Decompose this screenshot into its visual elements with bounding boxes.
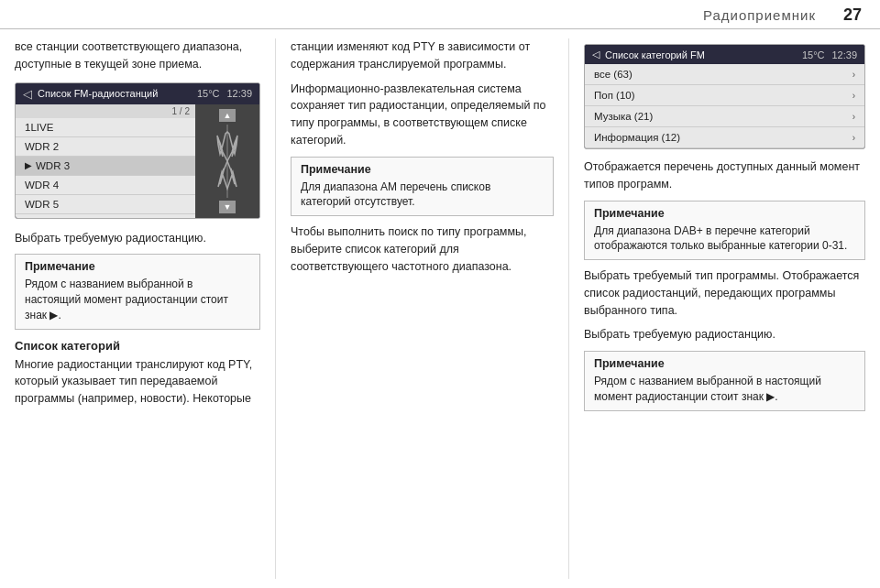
page-number: 27 (843, 5, 862, 25)
left-note-title: Примечание (25, 260, 250, 273)
header-title: Радиоприемник (703, 7, 816, 23)
cat-item-music[interactable]: Музыка (21) › (585, 106, 864, 127)
cat-list: все (63) › Поп (10) › Музыка (21) › Инфо… (585, 64, 864, 148)
station-item-1live[interactable]: 1LIVE (16, 118, 195, 137)
right-text1: Выбрать требуемый тип программы. Отображ… (584, 267, 865, 319)
widget-header: ◁ Список FM-радиостанций 15°C 12:39 (16, 83, 259, 104)
right-note2-box: Примечание Рядом с названием выбранной в… (584, 351, 865, 411)
station-item-wdr2[interactable]: WDR 2 (16, 137, 195, 157)
temperature: 15°C (197, 88, 220, 99)
page-container: Радиоприемник 27 все станции соответству… (0, 0, 880, 588)
left-column: все станции соответствующего диапазона, … (0, 38, 275, 579)
middle-column: станции изменяют код PTY в зависимости о… (275, 38, 568, 579)
middle-note-title: Примечание (301, 163, 544, 176)
station-name: WDR 4 (25, 180, 59, 191)
station-name: WDR 2 (25, 141, 59, 152)
cat-temp: 15°C (802, 49, 825, 60)
right-caption: Отображается перечень доступных данный м… (584, 158, 865, 193)
right-text2: Выбрать требуемую радиостанцию. (584, 326, 865, 343)
page-header: Радиоприемник 27 (0, 0, 880, 29)
cat-item-all[interactable]: все (63) › (585, 64, 864, 85)
right-note-title: Примечание (594, 207, 855, 220)
cat-item-label: все (63) (594, 69, 632, 80)
play-icon: ▶ (25, 160, 32, 170)
station-name: 1LIVE (25, 122, 53, 133)
widget-header-left: ◁ Список FM-радиостанций (23, 87, 158, 101)
cat-item-info[interactable]: Информация (12) › (585, 127, 864, 148)
scroll-up-button[interactable]: ▲ (219, 109, 236, 122)
left-section-title: Список категорий (15, 339, 260, 353)
radio-widget: ◁ Список FM-радиостанций 15°C 12:39 1 / … (15, 82, 260, 219)
cat-header-right: 15°C 12:39 (802, 49, 857, 60)
right-note2-title: Примечание (594, 357, 855, 370)
chevron-icon: › (852, 133, 855, 143)
middle-text2: Информационно-развлекательная система со… (291, 81, 554, 149)
cat-header-left: ◁ Список категорий FM (592, 49, 705, 60)
right-note2-text: Рядом с названием выбранной в настоящий … (594, 374, 855, 405)
left-section-text: Многие радиостанции транслируют код PTY,… (15, 356, 260, 408)
chevron-icon: › (852, 91, 855, 101)
left-note-text: Рядом с названием выбранной в настоящий … (25, 277, 250, 322)
scroll-down-button[interactable]: ▼ (219, 201, 236, 213)
cat-title: Список категорий FM (605, 49, 705, 60)
back-icon[interactable]: ◁ (23, 87, 32, 101)
left-caption: Выбрать требуемую радиостанцию. (15, 230, 260, 247)
widget-header-right: 15°C 12:39 (197, 88, 252, 99)
cat-time: 12:39 (831, 49, 857, 60)
station-item-wdr5[interactable]: WDR 5 (16, 195, 195, 214)
widget-title: Список FM-радиостанций (38, 88, 158, 99)
cat-header: ◁ Список категорий FM 15°C 12:39 (585, 45, 864, 64)
cat-item-label: Музыка (21) (594, 111, 653, 122)
waveform-area: ▲ ▼ (195, 104, 259, 218)
widget-content: 1 / 2 1LIVE WDR 2 ▶ WDR 3 WDR 4 (16, 104, 259, 218)
station-pagination: 1 / 2 (16, 104, 195, 118)
cat-item-pop[interactable]: Поп (10) › (585, 85, 864, 106)
middle-text1: станции изменяют код PTY в зависимости о… (291, 38, 554, 73)
time: 12:39 (226, 88, 252, 99)
station-name: WDR 3 (36, 160, 70, 171)
waveform-svg (200, 125, 255, 198)
waveform-controls: ▲ ▼ (196, 104, 258, 218)
chevron-icon: › (852, 112, 855, 122)
right-column: ◁ Список категорий FM 15°C 12:39 все (63… (568, 38, 880, 579)
station-name: WDR 5 (25, 199, 59, 210)
middle-note-text: Для диапазона AM перечень списков катего… (301, 180, 544, 211)
cat-item-label: Информация (12) (594, 132, 680, 143)
left-note-box: Примечание Рядом с названием выбранной в… (15, 254, 260, 329)
station-item-wdr4[interactable]: WDR 4 (16, 176, 195, 195)
content-area: все станции соответствующего диапазона, … (0, 29, 880, 588)
chevron-icon: › (852, 70, 855, 80)
station-list: 1 / 2 1LIVE WDR 2 ▶ WDR 3 WDR 4 (16, 104, 195, 218)
right-note-box: Примечание Для диапазона DAB+ в перечне … (584, 201, 865, 261)
cat-back-icon[interactable]: ◁ (592, 49, 600, 60)
station-item-wdr3[interactable]: ▶ WDR 3 (16, 157, 195, 176)
intro-text: все станции соответствующего диапазона, … (15, 38, 260, 73)
cat-widget: ◁ Список категорий FM 15°C 12:39 все (63… (584, 44, 865, 149)
cat-item-label: Поп (10) (594, 90, 635, 101)
middle-note-box: Примечание Для диапазона AM перечень спи… (291, 157, 554, 217)
right-note-text: Для диапазона DAB+ в перечне категорий о… (594, 223, 855, 255)
middle-text3: Чтобы выполнить поиск по типу программы,… (291, 223, 554, 275)
